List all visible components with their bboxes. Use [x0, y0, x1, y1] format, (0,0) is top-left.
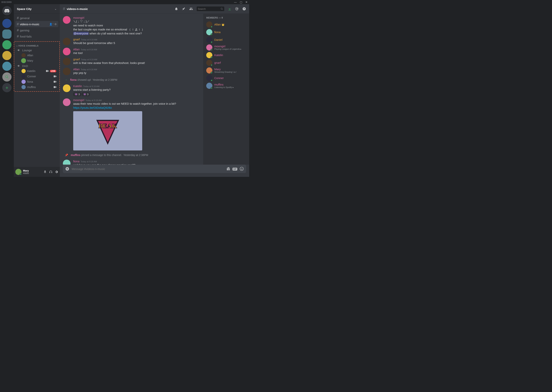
message-timestamp: Today at 9:18 AM — [81, 38, 97, 41]
member-row[interactable]: Katelin — [205, 51, 248, 59]
server-icon[interactable] — [2, 62, 12, 71]
text-channel-general[interactable]: #general — [15, 15, 58, 21]
self-info[interactable]: Mary #0000 — [23, 169, 29, 174]
member-list-button[interactable] — [189, 7, 193, 11]
server-divider — [4, 17, 10, 17]
message[interactable]: fionaToday at 9:18 AMwait have you see t… — [63, 159, 200, 165]
member-row[interactable]: gnarf — [205, 59, 248, 67]
message-author[interactable]: Katelin — [73, 84, 82, 88]
message[interactable]: gnarfToday at 9:18 AMShould be good tomo… — [63, 36, 200, 47]
add-server-button[interactable]: + — [2, 83, 12, 92]
avatar — [206, 21, 212, 28]
voice-channel-dnd[interactable]: DnD — [16, 63, 58, 68]
search-icon — [5, 75, 9, 79]
voice-channel-name: DnD — [22, 64, 28, 68]
message-author[interactable]: fiona — [73, 160, 80, 163]
message[interactable]: gnarfToday at 9:18 AMooh is that new ava… — [63, 56, 200, 66]
minimize-button[interactable]: — — [234, 0, 237, 4]
mention[interactable]: @everyone — [73, 32, 89, 35]
voice-channel-lounge[interactable]: Lounge — [16, 48, 58, 53]
member-row[interactable]: MaryStreaming Drawing \·a·/ — [205, 67, 248, 74]
message-author[interactable]: Allan — [73, 48, 80, 51]
avatar[interactable] — [63, 98, 71, 106]
avatar[interactable] — [63, 48, 71, 55]
message[interactable]: AllanToday at 9:18 AMme too! — [63, 47, 200, 56]
message[interactable]: moongirl＼(；▽；)／we need to watch morethe … — [63, 15, 200, 36]
message-list[interactable]: moongirl＼(；▽；)／we need to watch morethe … — [60, 14, 203, 165]
member-row[interactable]: Daniel — [205, 36, 248, 44]
explore-button[interactable] — [2, 72, 12, 82]
server-icon[interactable] — [2, 51, 12, 60]
member-row[interactable]: muffinsListening to Spotify ▸ — [205, 82, 248, 90]
message[interactable]: KatelinToday at 9:18 AMwanna start a lis… — [63, 83, 200, 97]
home-button[interactable] — [2, 6, 12, 15]
voice-user[interactable]: KatelinLIVE — [16, 68, 58, 74]
gift-button[interactable] — [226, 167, 230, 171]
message[interactable]: AllanToday at 9:18 AMyep yep ty — [63, 66, 200, 76]
voice-user[interactable]: Allan — [16, 53, 58, 58]
member-row[interactable]: fiona — [205, 28, 248, 36]
chat-header: # videos-n-music ? — [60, 4, 249, 14]
message-composer[interactable]: GIF — [63, 165, 246, 173]
mentions-button[interactable] — [235, 7, 239, 11]
avatar[interactable] — [63, 84, 71, 92]
gift-icon — [226, 167, 230, 171]
message[interactable]: moongirlToday at 9:18 AMaaaa their new m… — [63, 97, 200, 152]
member-row[interactable]: moongirlPlaying League of Legends ▸ — [205, 44, 248, 51]
inbox-button[interactable] — [228, 7, 232, 11]
message-author[interactable]: gnarf — [73, 58, 80, 61]
search-input[interactable] — [198, 7, 221, 10]
help-button[interactable]: ? — [242, 7, 246, 11]
chevron-down-icon: ⌄ — [16, 44, 18, 47]
search-box[interactable] — [197, 7, 224, 11]
attach-button[interactable] — [65, 167, 69, 171]
link[interactable]: https://youtu.be/OiDx6aQ928o — [73, 106, 112, 109]
message-author[interactable]: gnarf — [73, 38, 80, 41]
message-author[interactable]: moongirl — [73, 16, 84, 19]
member-row[interactable]: Conner — [205, 74, 248, 82]
voice-user[interactable]: Mary — [16, 58, 58, 63]
user-panel: Mary #0000 — [14, 167, 60, 177]
server-header[interactable]: Space City ⌄ — [14, 4, 60, 14]
text-channel-food-fails[interactable]: #food-fails — [15, 33, 58, 39]
voice-channels-section: ⌄ VOICE CHANNELSLoungeAllanMaryDnDKateli… — [14, 41, 60, 92]
mute-button[interactable] — [43, 170, 47, 174]
message-author[interactable]: moongirl — [73, 98, 84, 102]
notifications-button[interactable] — [174, 7, 178, 11]
video-embed[interactable]: BEAK — [73, 111, 142, 150]
message-author[interactable]: Allan — [73, 68, 80, 71]
voice-user[interactable]: Conner — [16, 74, 58, 79]
server-icon[interactable] — [2, 40, 12, 49]
avatar[interactable] — [63, 38, 71, 45]
text-channel-gaming[interactable]: #gaming — [15, 27, 58, 33]
avatar[interactable] — [63, 160, 71, 165]
voice-user[interactable]: fiona — [16, 79, 58, 84]
reaction[interactable]: 👾3 — [82, 92, 90, 96]
message-input[interactable] — [72, 167, 224, 171]
reaction[interactable]: 👾3 — [73, 92, 81, 96]
avatar — [206, 75, 212, 81]
gear-icon[interactable]: ⚙ — [54, 23, 57, 26]
pinned-messages-button[interactable] — [182, 7, 186, 11]
settings-button[interactable] — [55, 170, 58, 174]
maximize-button[interactable]: ▢ — [240, 0, 242, 4]
video-icon — [46, 70, 49, 72]
deafen-button[interactable] — [49, 170, 52, 174]
avatar[interactable] — [63, 16, 71, 24]
server-icon[interactable] — [2, 29, 12, 39]
server-icon[interactable] — [2, 19, 12, 28]
emoji-button[interactable] — [240, 167, 244, 171]
invite-icon[interactable]: 👤⁺ — [49, 23, 54, 26]
voice-category-header[interactable]: ⌄ VOICE CHANNELS — [16, 43, 58, 48]
self-avatar[interactable] — [15, 169, 22, 175]
voice-user[interactable]: muffins — [16, 84, 58, 90]
video-icon — [54, 86, 56, 88]
close-button[interactable]: ✕ — [245, 0, 248, 4]
channel-list: #general#videos-n-music👤⁺⚙#gaming#food-f… — [14, 14, 60, 167]
text-channel-videos-n-music[interactable]: #videos-n-music👤⁺⚙ — [15, 21, 58, 27]
gif-button[interactable]: GIF — [232, 167, 237, 170]
avatar[interactable] — [63, 58, 71, 65]
member-row[interactable]: Allan 👑 — [205, 21, 248, 28]
hash-icon: # — [17, 35, 19, 38]
avatar[interactable] — [63, 68, 71, 75]
